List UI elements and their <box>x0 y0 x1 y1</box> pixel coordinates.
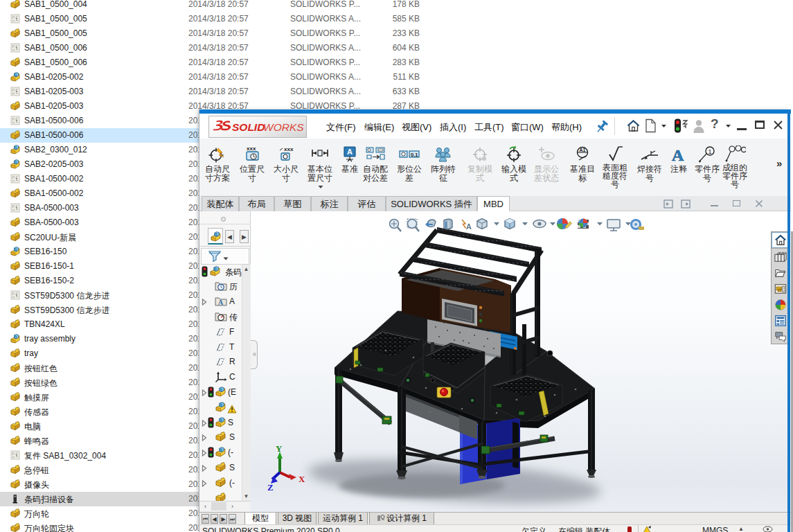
svg-text:A: A <box>672 146 684 163</box>
svg-text:1: 1 <box>709 148 712 155</box>
svg-text:WORKS: WORKS <box>263 121 304 133</box>
svg-text:A1: A1 <box>580 148 586 152</box>
svg-text:Z: Z <box>267 482 274 492</box>
svg-text:xxx: xxx <box>247 145 256 152</box>
svg-text:A: A <box>347 148 353 156</box>
svg-text:xxx: xxx <box>284 146 294 152</box>
svg-text:A: A <box>218 299 224 306</box>
svg-text:Y: Y <box>276 443 283 454</box>
svg-text:X: X <box>299 474 305 484</box>
svg-text:0.1: 0.1 <box>411 152 418 158</box>
svg-text:SOLID: SOLID <box>232 121 265 133</box>
svg-text:A: A <box>466 222 472 231</box>
